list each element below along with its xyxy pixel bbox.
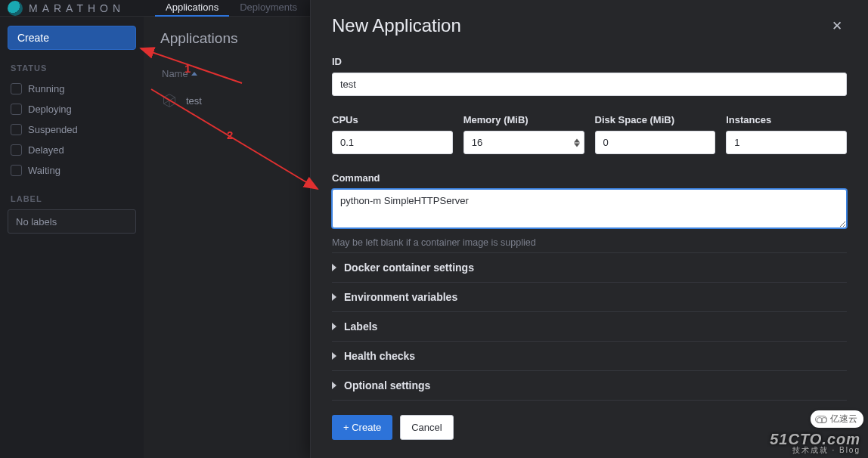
chevron-right-icon: [332, 264, 336, 271]
command-input[interactable]: [332, 189, 847, 228]
memory-input[interactable]: [463, 131, 584, 154]
create-submit-button[interactable]: + Create: [332, 415, 392, 440]
cpus-label: CPUs: [332, 114, 453, 125]
command-label: Command: [332, 172, 847, 184]
accordion: Docker container settings Environment va…: [332, 252, 847, 401]
id-input[interactable]: [332, 73, 847, 96]
accordion-docker[interactable]: Docker container settings: [332, 253, 847, 283]
memory-label: Memory (MiB): [463, 114, 584, 125]
cloud-icon: [815, 416, 827, 423]
field-cpus: CPUs: [332, 114, 453, 154]
disk-label: Disk Space (MiB): [595, 114, 716, 125]
cancel-button[interactable]: Cancel: [400, 415, 453, 440]
command-hint: May be left blank if a container image i…: [332, 237, 847, 248]
accordion-env[interactable]: Environment variables: [332, 283, 847, 312]
watermark-site: 51CTO.com技术成就 · Blog: [770, 432, 860, 454]
modal-header: New Application ✕: [311, 0, 868, 48]
chevron-right-icon: [332, 352, 336, 360]
chevron-right-icon: [332, 293, 336, 301]
id-label: ID: [332, 56, 847, 67]
cpus-input[interactable]: [332, 131, 453, 154]
watermark-pill: 亿速云: [811, 410, 863, 428]
field-id: ID: [332, 56, 847, 96]
close-icon[interactable]: ✕: [827, 17, 847, 36]
field-disk: Disk Space (MiB): [595, 114, 716, 154]
disk-input[interactable]: [595, 131, 716, 154]
new-application-modal: New Application ✕ ID CPUs Memory (MiB) D…: [310, 0, 868, 458]
accordion-health[interactable]: Health checks: [332, 342, 847, 371]
field-memory: Memory (MiB): [463, 114, 584, 154]
modal-body: ID CPUs Memory (MiB) Disk Space (MiB) In…: [311, 48, 868, 403]
field-command: Command: [332, 172, 847, 231]
instances-label: Instances: [726, 114, 847, 125]
accordion-labels[interactable]: Labels: [332, 312, 847, 342]
modal-title: New Application: [332, 15, 461, 36]
chevron-right-icon: [332, 323, 336, 330]
field-instances: Instances: [726, 114, 847, 154]
instances-input[interactable]: [726, 131, 847, 154]
accordion-optional[interactable]: Optional settings: [332, 371, 847, 401]
chevron-right-icon: [332, 382, 336, 389]
